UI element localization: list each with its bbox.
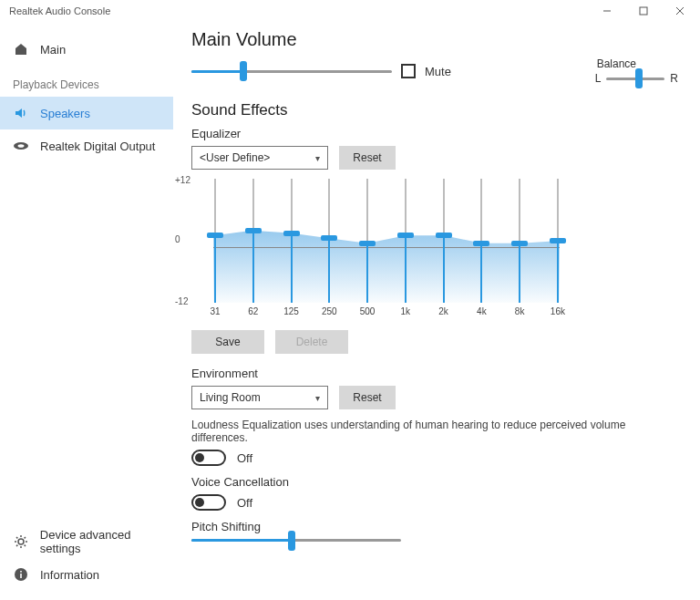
loudness-state: Off bbox=[237, 451, 252, 465]
eq-band-label: 250 bbox=[322, 306, 337, 316]
equalizer-label: Equalizer bbox=[191, 127, 678, 140]
eq-band[interactable]: 125 bbox=[290, 179, 293, 303]
environment-select[interactable]: Living Room ▾ bbox=[191, 386, 328, 409]
eq-band[interactable]: 2k bbox=[442, 179, 446, 303]
eq-band[interactable]: 62 bbox=[252, 179, 255, 303]
pitch-label: Pitch Shifting bbox=[191, 520, 678, 533]
eq-band-label: 500 bbox=[360, 306, 376, 316]
eq-axis-top: +12 bbox=[175, 175, 190, 185]
equalizer-reset-button[interactable]: Reset bbox=[339, 146, 396, 170]
sidebar-item-digital-output[interactable]: Realtek Digital Output bbox=[0, 129, 173, 162]
eq-band-label: 62 bbox=[248, 306, 258, 316]
eq-band-label: 8k bbox=[515, 306, 525, 316]
svg-rect-1 bbox=[640, 7, 647, 15]
home-icon bbox=[13, 41, 29, 57]
voice-cancel-state: Off bbox=[237, 496, 252, 510]
eq-band[interactable]: 31 bbox=[213, 179, 217, 303]
eq-band-label: 4k bbox=[477, 306, 487, 316]
sidebar-item-label: Device advanced settings bbox=[40, 528, 173, 555]
sidebar-item-label: Realtek Digital Output bbox=[40, 140, 155, 153]
eq-band[interactable]: 250 bbox=[327, 179, 331, 303]
svg-point-6 bbox=[18, 539, 24, 544]
window-title: Realtek Audio Console bbox=[9, 5, 110, 16]
eq-band[interactable]: 1k bbox=[404, 179, 407, 303]
equalizer-preset-value: <User Define> bbox=[200, 151, 270, 164]
sidebar-section-header: Playback Devices bbox=[0, 66, 173, 97]
sidebar-item-label: Information bbox=[40, 568, 99, 582]
close-button[interactable] bbox=[662, 0, 698, 22]
sidebar-item-advanced[interactable]: Device advanced settings bbox=[0, 525, 173, 558]
svg-point-5 bbox=[18, 144, 25, 148]
sidebar-item-label: Speakers bbox=[40, 107, 90, 120]
content-pane: Main Volume Mute Balance L R Sound Effec… bbox=[173, 22, 700, 600]
svg-rect-8 bbox=[20, 574, 22, 578]
sidebar-item-label: Main bbox=[40, 43, 66, 57]
main-volume-slider[interactable] bbox=[191, 70, 392, 73]
minimize-button[interactable] bbox=[589, 0, 625, 22]
eq-axis-mid: 0 bbox=[175, 234, 180, 244]
eq-band-label: 2k bbox=[438, 306, 448, 316]
mute-label: Mute bbox=[425, 65, 451, 78]
loudness-toggle[interactable] bbox=[191, 450, 226, 466]
loudness-description: Loudness Equalization uses understanding… bbox=[191, 419, 678, 444]
eq-band[interactable]: 500 bbox=[365, 179, 369, 303]
environment-value: Living Room bbox=[200, 391, 261, 404]
sidebar-item-info[interactable]: Information bbox=[0, 558, 173, 591]
eq-band-label: 125 bbox=[283, 306, 299, 316]
svg-rect-9 bbox=[20, 571, 22, 573]
sidebar-item-speakers[interactable]: Speakers bbox=[0, 97, 173, 129]
sidebar-item-main[interactable]: Main bbox=[0, 33, 173, 66]
eq-band-label: 31 bbox=[210, 306, 220, 316]
equalizer-delete-button[interactable]: Delete bbox=[275, 330, 348, 354]
main-volume-heading: Main Volume bbox=[191, 29, 678, 50]
maximize-button[interactable] bbox=[625, 0, 662, 22]
pitch-slider[interactable] bbox=[191, 539, 401, 542]
equalizer-save-button[interactable]: Save bbox=[191, 330, 264, 354]
speaker-icon bbox=[13, 105, 29, 121]
eq-band[interactable]: 16k bbox=[556, 179, 560, 303]
equalizer-chart: +12 0 -12 31621252505001k2k4k8k16k bbox=[195, 179, 560, 316]
environment-label: Environment bbox=[191, 367, 678, 380]
sidebar: Main Playback Devices Speakers Realtek D… bbox=[0, 22, 173, 600]
eq-band[interactable]: 4k bbox=[479, 179, 483, 303]
chevron-down-icon: ▾ bbox=[315, 153, 320, 163]
environment-reset-button[interactable]: Reset bbox=[339, 386, 396, 409]
voice-cancel-label: Voice Cancellation bbox=[191, 475, 678, 489]
equalizer-preset-select[interactable]: <User Define> ▾ bbox=[191, 146, 328, 170]
voice-cancel-toggle[interactable] bbox=[191, 494, 226, 511]
optical-icon bbox=[13, 138, 29, 154]
balance-slider[interactable] bbox=[606, 78, 664, 80]
sound-effects-heading: Sound Effects bbox=[191, 101, 678, 119]
chevron-down-icon: ▾ bbox=[315, 393, 320, 403]
balance-control: Balance L R bbox=[595, 57, 678, 85]
balance-left-label: L bbox=[595, 72, 602, 85]
eq-axis-bot: -12 bbox=[175, 296, 188, 306]
eq-band-label: 16k bbox=[551, 306, 565, 316]
gear-icon bbox=[13, 533, 29, 550]
eq-band[interactable]: 8k bbox=[518, 179, 521, 303]
balance-right-label: R bbox=[670, 72, 678, 85]
mute-checkbox[interactable] bbox=[401, 64, 416, 78]
title-bar: Realtek Audio Console bbox=[0, 0, 700, 22]
info-icon bbox=[13, 566, 29, 583]
eq-band-label: 1k bbox=[401, 306, 411, 316]
